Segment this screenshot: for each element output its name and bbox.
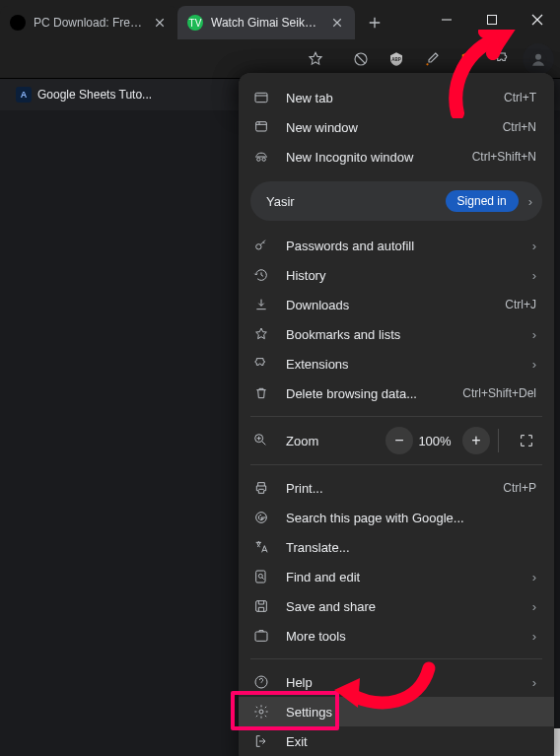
menu-translate[interactable]: Translate... — [239, 532, 554, 562]
download-icon — [252, 296, 270, 313]
menu-label: Search this page with Google... — [286, 511, 536, 525]
bookmark-star-icon[interactable] — [300, 43, 331, 75]
menu-label: Passwords and autofill — [286, 239, 525, 253]
bookmark-label: Google Sheets Tuto... — [37, 88, 152, 102]
menu-new-tab[interactable]: New tab Ctrl+T — [239, 83, 554, 112]
menu-label: Extensions — [286, 357, 525, 372]
chevron-right-icon: › — [532, 570, 536, 584]
menu-label: Print... — [286, 481, 495, 496]
svg-point-21 — [259, 710, 263, 714]
chevron-right-icon: › — [532, 357, 536, 372]
menu-label: Exit — [286, 734, 536, 749]
svg-point-12 — [262, 158, 265, 161]
bookmark-favicon: A — [16, 87, 32, 103]
chevron-right-icon: › — [532, 599, 536, 614]
menu-shortcut: Ctrl+N — [503, 120, 536, 134]
new-tab-button[interactable] — [361, 9, 388, 36]
menu-label: Downloads — [286, 298, 497, 312]
zoom-label: Zoom — [286, 434, 380, 448]
svg-rect-16 — [256, 571, 265, 583]
menu-settings[interactable]: Settings — [239, 697, 554, 726]
chevron-right-icon: › — [528, 194, 532, 209]
tab-2-close-icon[interactable] — [329, 15, 345, 31]
chrome-menu: New tab Ctrl+T New window Ctrl+N New Inc… — [239, 73, 554, 756]
chevron-right-icon: › — [532, 675, 536, 690]
window-controls — [424, 0, 560, 39]
zoom-out-button[interactable]: − — [385, 427, 413, 454]
extensions-puzzle-icon[interactable] — [487, 43, 519, 75]
find-icon — [252, 568, 270, 585]
menu-profile-chip[interactable]: Yasir Signed in › — [250, 181, 542, 221]
svg-rect-10 — [256, 122, 267, 131]
tab-2-title: Watch Gimai Seikatsu — [211, 16, 321, 30]
menu-clear-data[interactable]: Delete browsing data... Ctrl+Shift+Del — [239, 378, 554, 408]
menu-shortcut: Ctrl+Shift+N — [472, 150, 536, 164]
menu-history[interactable]: History › — [239, 260, 554, 290]
menu-divider — [250, 464, 542, 465]
menu-exit[interactable]: Exit — [239, 726, 554, 756]
menu-extensions[interactable]: Extensions › — [239, 349, 554, 378]
history-icon — [252, 266, 270, 284]
menu-bookmarks[interactable]: Bookmarks and lists › — [239, 319, 554, 349]
menu-shortcut: Ctrl+T — [504, 91, 536, 104]
profile-name: Yasir — [266, 194, 446, 209]
svg-rect-0 — [488, 16, 497, 25]
new-window-icon — [252, 118, 270, 136]
fullscreen-button[interactable] — [513, 427, 540, 454]
extension-abp-icon[interactable]: ABP — [381, 43, 412, 75]
tab-1-close-icon[interactable] — [152, 15, 168, 31]
svg-text:ABP: ABP — [391, 56, 401, 61]
tab-2-favicon: TV — [187, 15, 203, 31]
tab-1[interactable]: PC Download: Free do — [0, 6, 177, 39]
star-icon — [252, 325, 270, 343]
menu-new-incognito[interactable]: New Incognito window Ctrl+Shift+N — [239, 142, 554, 172]
puzzle-icon — [252, 355, 270, 373]
menu-label: Help — [286, 675, 525, 690]
extension-eyedropper-icon[interactable] — [416, 43, 448, 75]
menu-label: Bookmarks and lists — [286, 327, 525, 342]
chevron-right-icon: › — [532, 268, 536, 283]
menu-print[interactable]: Print... Ctrl+P — [239, 473, 554, 503]
menu-more-tools[interactable]: More tools › — [239, 621, 554, 651]
save-icon — [252, 597, 270, 615]
menu-shortcut: Ctrl+Shift+Del — [462, 386, 536, 400]
menu-zoom-row: Zoom − 100% + — [239, 421, 554, 460]
svg-rect-9 — [255, 93, 267, 102]
tools-icon — [252, 627, 270, 645]
svg-point-11 — [257, 158, 260, 161]
menu-downloads[interactable]: Downloads Ctrl+J — [239, 290, 554, 319]
chevron-right-icon: › — [532, 629, 536, 644]
menu-save-share[interactable]: Save and share › — [239, 591, 554, 621]
close-window-button[interactable] — [515, 0, 560, 39]
menu-label: New Incognito window — [286, 150, 464, 165]
tab-1-favicon — [10, 15, 26, 31]
google-icon — [252, 509, 270, 526]
zoom-value: 100% — [413, 434, 456, 448]
extension-1-icon[interactable] — [345, 43, 377, 75]
key-icon — [252, 237, 270, 254]
menu-label: New window — [286, 120, 495, 135]
menu-find[interactable]: Find and edit › — [239, 562, 554, 591]
bookmark-item-1[interactable]: A Google Sheets Tuto... — [8, 83, 160, 106]
menu-label: Save and share — [286, 599, 525, 614]
menu-shortcut: Ctrl+P — [503, 481, 536, 495]
svg-point-13 — [256, 244, 261, 249]
menu-search-page[interactable]: Search this page with Google... — [239, 503, 554, 532]
exit-icon — [252, 732, 270, 750]
zoom-in-button[interactable]: + — [462, 427, 490, 454]
menu-label: Translate... — [286, 540, 536, 555]
gear-icon — [252, 703, 270, 721]
menu-divider — [250, 658, 542, 659]
tab-2[interactable]: TV Watch Gimai Seikatsu — [177, 6, 355, 39]
maximize-button[interactable] — [469, 0, 515, 39]
incognito-icon — [252, 148, 270, 166]
menu-help[interactable]: Help › — [239, 667, 554, 697]
profile-avatar-icon[interactable] — [523, 43, 554, 75]
help-icon — [252, 673, 270, 691]
menu-divider — [250, 416, 542, 417]
extension-shield-icon[interactable] — [452, 43, 483, 75]
svg-point-5 — [535, 53, 541, 59]
menu-new-window[interactable]: New window Ctrl+N — [239, 112, 554, 142]
minimize-button[interactable] — [424, 0, 469, 39]
menu-passwords[interactable]: Passwords and autofill › — [239, 231, 554, 260]
